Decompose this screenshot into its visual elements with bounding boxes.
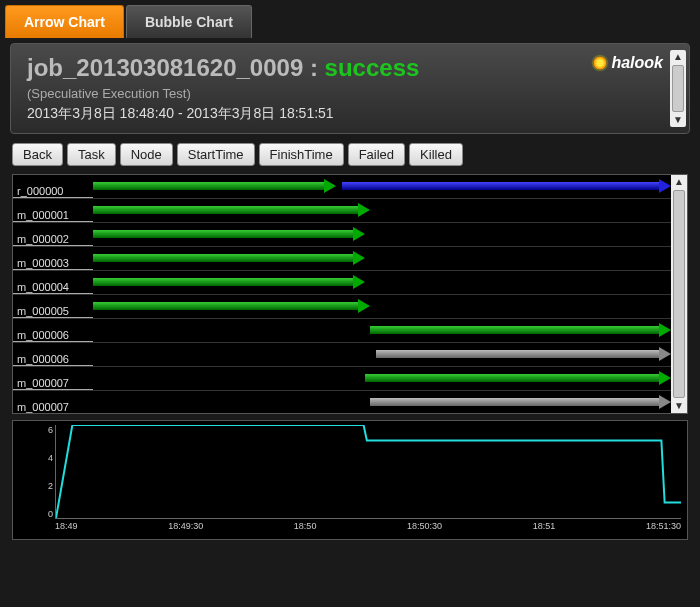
failed-button[interactable]: Failed xyxy=(348,143,405,166)
xtick: 18:51 xyxy=(533,521,556,535)
ytick: 4 xyxy=(31,453,53,463)
back-button[interactable]: Back xyxy=(12,143,63,166)
concurrent-task-chart: Concurrent task num 6420 18:4918:49:3018… xyxy=(12,420,688,540)
xtick: 18:49:30 xyxy=(168,521,203,535)
gantt-row[interactable]: m_000007 xyxy=(13,391,671,413)
gantt-row-label: r_000000 xyxy=(13,175,93,198)
task-arrow[interactable] xyxy=(93,299,370,313)
header-scrollbar[interactable]: ▲ ▼ xyxy=(670,50,686,127)
task-arrow[interactable] xyxy=(365,371,671,385)
toolbar: Back Task Node StartTime FinishTime Fail… xyxy=(0,139,700,170)
job-subtitle: (Speculative Execution Test) xyxy=(27,86,673,101)
gantt-row-label: m_000001 xyxy=(13,199,93,222)
gantt-row-label: m_000002 xyxy=(13,223,93,246)
scroll-down-icon[interactable]: ▼ xyxy=(671,399,687,413)
task-arrow[interactable] xyxy=(370,395,671,409)
task-arrow[interactable] xyxy=(93,251,365,265)
gantt-row-label: m_000007 xyxy=(13,391,93,413)
gantt-scrollbar[interactable]: ▲ ▼ xyxy=(671,175,687,413)
tab-bubble-chart[interactable]: Bubble Chart xyxy=(126,5,252,38)
task-arrow[interactable] xyxy=(93,179,336,193)
task-arrow[interactable] xyxy=(376,347,671,361)
gantt-row[interactable]: m_000007 xyxy=(13,367,671,391)
scroll-thumb[interactable] xyxy=(673,190,685,398)
job-header-panel: halook job_201303081620_0009 : success (… xyxy=(10,43,690,134)
job-id: job_201303081620_0009 xyxy=(27,54,303,81)
scroll-up-icon[interactable]: ▲ xyxy=(670,50,686,64)
task-arrow[interactable] xyxy=(370,323,671,337)
xtick: 18:50 xyxy=(294,521,317,535)
gantt-row[interactable]: m_000003 xyxy=(13,247,671,271)
xtick: 18:49 xyxy=(55,521,78,535)
chart-xaxis: 18:4918:49:3018:5018:50:3018:5118:51:30 xyxy=(55,521,681,535)
xtick: 18:50:30 xyxy=(407,521,442,535)
gantt-row-label: m_000007 xyxy=(13,367,93,390)
gantt-row[interactable]: r_000000 xyxy=(13,175,671,199)
gantt-row-label: m_000006 xyxy=(13,319,93,342)
finishtime-button[interactable]: FinishTime xyxy=(259,143,344,166)
task-arrow[interactable] xyxy=(342,179,671,193)
gantt-row[interactable]: m_000002 xyxy=(13,223,671,247)
tab-arrow-chart[interactable]: Arrow Chart xyxy=(5,5,124,38)
scroll-down-icon[interactable]: ▼ xyxy=(670,113,686,127)
task-arrow[interactable] xyxy=(93,227,365,241)
xtick: 18:51:30 xyxy=(646,521,681,535)
gantt-row-label: m_000006 xyxy=(13,343,93,366)
ytick: 6 xyxy=(31,425,53,435)
killed-button[interactable]: Killed xyxy=(409,143,463,166)
gantt-row[interactable]: m_000006 xyxy=(13,343,671,367)
gantt-row-label: m_000004 xyxy=(13,271,93,294)
job-status: success xyxy=(325,54,420,81)
gantt-row-label: m_000005 xyxy=(13,295,93,318)
job-timerange: 2013年3月8日 18:48:40 - 2013年3月8日 18:51:51 xyxy=(27,105,673,123)
arrow-gantt-chart: r_000000m_000001m_000002m_000003m_000004… xyxy=(12,174,688,414)
chart-line xyxy=(56,425,681,518)
gantt-row[interactable]: m_000001 xyxy=(13,199,671,223)
gantt-row[interactable]: m_000006 xyxy=(13,319,671,343)
gantt-row[interactable]: m_000004 xyxy=(13,271,671,295)
tabs: Arrow Chart Bubble Chart xyxy=(0,0,700,38)
node-button[interactable]: Node xyxy=(120,143,173,166)
ytick: 0 xyxy=(31,509,53,519)
gantt-row-label: m_000003 xyxy=(13,247,93,270)
scroll-up-icon[interactable]: ▲ xyxy=(671,175,687,189)
gantt-row[interactable]: m_000005 xyxy=(13,295,671,319)
task-arrow[interactable] xyxy=(93,275,365,289)
chart-plot-area xyxy=(55,425,681,519)
task-button[interactable]: Task xyxy=(67,143,116,166)
halook-logo: halook xyxy=(593,54,663,72)
job-title: job_201303081620_0009 : success xyxy=(27,54,673,82)
logo-text: halook xyxy=(611,54,663,72)
logo-icon xyxy=(593,56,607,70)
task-arrow[interactable] xyxy=(93,203,370,217)
chart-yaxis: 6420 xyxy=(31,425,53,519)
starttime-button[interactable]: StartTime xyxy=(177,143,255,166)
scroll-thumb[interactable] xyxy=(672,65,684,112)
ytick: 2 xyxy=(31,481,53,491)
